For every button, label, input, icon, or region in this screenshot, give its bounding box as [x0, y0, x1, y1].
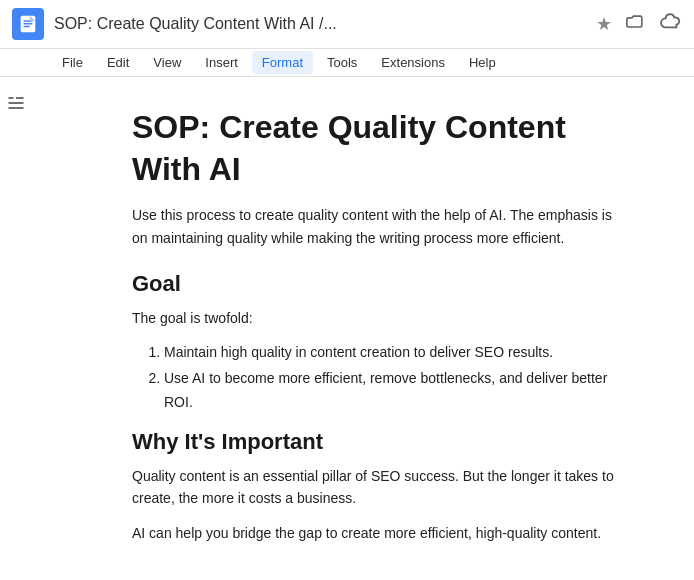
doc-heading-goal: Goal	[132, 271, 614, 297]
menu-help[interactable]: Help	[459, 51, 506, 74]
menu-edit[interactable]: Edit	[97, 51, 139, 74]
document-content: SOP: Create Quality Content With AI Use …	[32, 77, 694, 547]
doc-heading-why: Why It's Important	[132, 429, 614, 455]
doc-goal-list: Maintain high quality in content creatio…	[164, 341, 614, 414]
list-item: Maintain high quality in content creatio…	[164, 341, 614, 365]
doc-why-para1: Quality content is an essential pillar o…	[132, 465, 614, 510]
star-icon[interactable]: ★	[596, 13, 612, 35]
menu-file[interactable]: File	[52, 51, 93, 74]
document-area: SOP: Create Quality Content With AI Use …	[0, 77, 694, 580]
menu-insert[interactable]: Insert	[195, 51, 248, 74]
menu-bar: File Edit View Insert Format Tools Exten…	[0, 49, 694, 77]
menu-format[interactable]: Format	[252, 51, 313, 74]
menu-tools[interactable]: Tools	[317, 51, 367, 74]
title-bar: SOP: Create Quality Content With AI /...…	[0, 0, 694, 49]
doc-main-title: SOP: Create Quality Content With AI	[132, 107, 614, 190]
svg-rect-4	[23, 26, 29, 27]
folder-icon[interactable]	[626, 12, 646, 37]
list-item: Use AI to become more efficient, remove …	[164, 367, 614, 415]
menu-view[interactable]: View	[143, 51, 191, 74]
menu-extensions[interactable]: Extensions	[371, 51, 455, 74]
doc-goal-intro: The goal is twofold:	[132, 307, 614, 329]
title-actions: ★	[596, 12, 682, 37]
svg-rect-3	[23, 23, 32, 24]
cloud-icon[interactable]	[660, 13, 682, 36]
outline-toggle[interactable]	[0, 87, 32, 119]
doc-intro-paragraph: Use this process to create quality conte…	[132, 204, 614, 249]
document-title: SOP: Create Quality Content With AI /...	[54, 15, 586, 33]
app-icon	[12, 8, 44, 40]
doc-why-para2: AI can help you bridge the gap to create…	[132, 522, 614, 544]
